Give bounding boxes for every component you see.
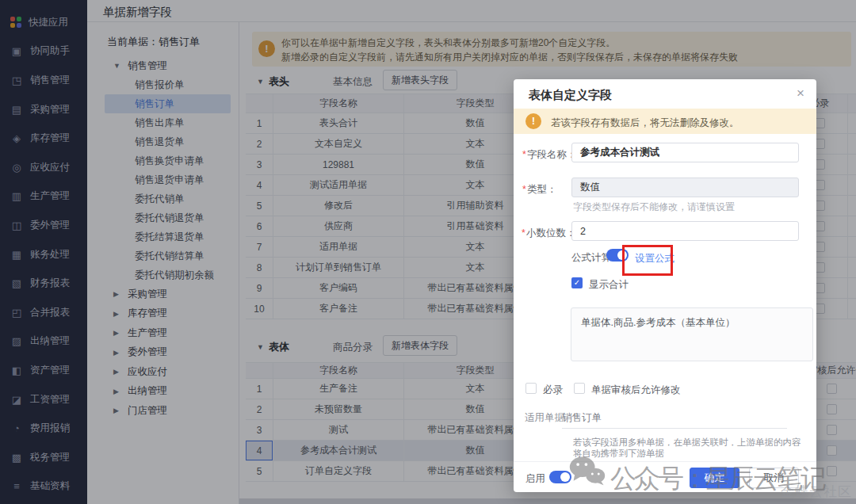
close-icon[interactable]: × [797, 86, 804, 101]
warning-icon: ! [525, 113, 541, 129]
dialog-alert-text: 若该字段存有数据后，将无法删除及修改。 [551, 116, 739, 130]
formula-toggle-label: 公式计算 [571, 251, 611, 265]
decimals-input[interactable]: 2 [571, 221, 799, 241]
dialog-alert: ! 若该字段存有数据后，将无法删除及修改。 [514, 109, 816, 134]
dialog-title: 表体自定义字段 [529, 88, 612, 103]
show-total-checkbox[interactable]: ✓ [571, 277, 583, 288]
required-checkbox[interactable] [525, 383, 537, 394]
audit-editable-checkbox[interactable] [574, 383, 585, 394]
red-annotation-box [622, 245, 673, 276]
decimals-label: 小数位数： [522, 227, 575, 240]
dialog-footer: 启用 确定 取消 [514, 461, 816, 492]
field-type-input: 数值 [571, 178, 799, 197]
required-label: 必录 [543, 384, 563, 397]
audit-editable-label: 单据审核后允许修改 [591, 384, 681, 397]
show-total-label: 显示合计 [589, 278, 629, 292]
applicable-docs-value[interactable]: 销售订单 [562, 411, 602, 425]
ok-button[interactable]: 确定 [690, 468, 739, 488]
enable-toggle[interactable] [549, 471, 571, 483]
cancel-button[interactable]: 取消 [749, 468, 799, 488]
field-name-input[interactable]: 参考成本合计测试 [571, 143, 799, 162]
custom-field-dialog: 表体自定义字段 × ! 若该字段存有数据后，将无法删除及修改。 字段名称： 参考… [514, 79, 816, 492]
applicable-docs-underline [562, 428, 787, 429]
field-name-label: 字段名称： [522, 148, 576, 162]
formula-expression-box: 单据体.商品.参考成本（基本单位） [571, 307, 813, 361]
applicable-docs-helper: 若该字段适用多种单据，在单据关联时，上游单据的内容将自动携带到下游单据 [573, 437, 804, 459]
field-type-helper: 字段类型保存后不能修改，请谨慎设置 [573, 200, 735, 214]
field-type-label: 类型： [522, 183, 556, 197]
applicable-docs-label: 适用单据 [525, 411, 564, 425]
enable-label: 启用 [525, 472, 545, 486]
